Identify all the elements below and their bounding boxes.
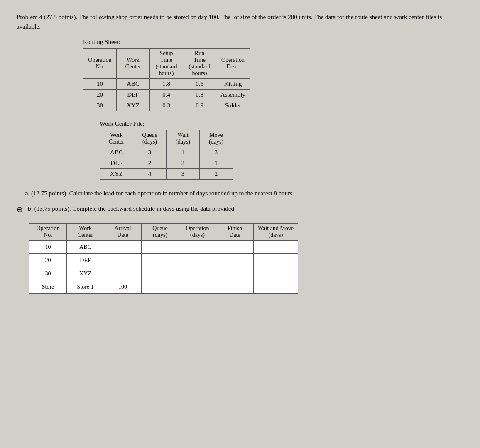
problem-title: Problem 4 xyxy=(17,14,42,20)
schedule-cell-work_center: DEF xyxy=(67,254,104,267)
routing-cell-run_time: 0.6 xyxy=(183,79,216,90)
routing-cell-work_center: XYZ xyxy=(117,100,150,111)
wc-col-work-center: WorkCenter xyxy=(100,130,133,147)
schedule-table-row: 20DEF xyxy=(29,254,298,267)
routing-cell-op_desc: Assembly xyxy=(216,90,250,100)
schedule-cell-queue xyxy=(142,280,179,294)
sched-col-wait-move: Wait and Move(days) xyxy=(254,224,298,241)
part-a: a. (13.75 points). Calculate the load fo… xyxy=(17,189,463,198)
routing-table: OperationNo. WorkCenter SetupTime(standa… xyxy=(83,48,250,111)
sched-col-op-no: OperationNo. xyxy=(29,224,67,241)
wc-cell-work_center: XYZ xyxy=(100,169,133,180)
routing-cell-setup_time: 0.4 xyxy=(150,90,183,100)
problem-description: The following shop order needs to be sto… xyxy=(17,14,442,30)
schedule-cell-queue xyxy=(142,241,179,254)
wc-table-row: DEF221 xyxy=(100,158,233,169)
routing-cell-op_no: 20 xyxy=(83,90,117,100)
schedule-table: OperationNo. WorkCenter ArrivalDate Queu… xyxy=(29,223,298,294)
schedule-cell-wait_move xyxy=(254,267,298,280)
problem-statement: Problem 4 (27.5 points). The following s… xyxy=(17,12,463,31)
schedule-cell-arrival_date xyxy=(104,254,142,267)
wc-col-wait: Wait(days) xyxy=(167,130,200,147)
col-header-work-center: WorkCenter xyxy=(117,49,150,79)
sched-col-finish-date: FinishDate xyxy=(216,224,254,241)
wc-cell-move: 3 xyxy=(200,147,233,158)
sched-col-queue: Queue(days) xyxy=(142,224,179,241)
col-header-setup-time: SetupTime(standardhours) xyxy=(150,49,183,79)
schedule-cell-arrival_date: 100 xyxy=(104,280,142,294)
routing-cell-work_center: DEF xyxy=(117,90,150,100)
schedule-cell-finish_date xyxy=(216,254,254,267)
wc-table-row: ABC313 xyxy=(100,147,233,158)
schedule-cell-operation xyxy=(179,280,216,294)
routing-cell-op_desc: Solder xyxy=(216,100,250,111)
routing-sheet-label: Routing Sheet: xyxy=(83,39,463,46)
wc-cell-move: 1 xyxy=(200,158,233,169)
schedule-section: OperationNo. WorkCenter ArrivalDate Queu… xyxy=(29,223,463,294)
routing-sheet-section: Routing Sheet: OperationNo. WorkCenter S… xyxy=(83,39,463,111)
schedule-cell-op_no: 20 xyxy=(29,254,67,267)
schedule-cell-op_no: 10 xyxy=(29,241,67,254)
schedule-cell-arrival_date xyxy=(104,267,142,280)
schedule-cell-finish_date xyxy=(216,241,254,254)
schedule-cell-finish_date xyxy=(216,267,254,280)
schedule-cell-wait_move xyxy=(254,241,298,254)
part-b-label: b. xyxy=(28,205,33,212)
schedule-table-row: 10ABC xyxy=(29,241,298,254)
routing-cell-setup_time: 0.3 xyxy=(150,100,183,111)
part-a-text: (13.75 points). Calculate the load for e… xyxy=(31,190,294,197)
schedule-cell-queue xyxy=(142,254,179,267)
problem-points: (27.5 points). xyxy=(44,14,77,20)
wc-cell-work_center: ABC xyxy=(100,147,133,158)
wc-cell-work_center: DEF xyxy=(100,158,133,169)
wc-file-label: Work Center File: xyxy=(100,120,463,127)
schedule-cell-wait_move xyxy=(254,254,298,267)
schedule-cell-operation xyxy=(179,254,216,267)
schedule-cell-queue xyxy=(142,267,179,280)
col-header-run-time: RunTime(standardhours) xyxy=(183,49,216,79)
schedule-cell-work_center: XYZ xyxy=(67,267,104,280)
part-b-text: (13.75 points). Complete the backward sc… xyxy=(34,205,236,212)
wc-cell-queue: 3 xyxy=(133,147,167,158)
crosshair-icon: ⊕ xyxy=(17,205,23,214)
schedule-table-row: StoreStore 1100 xyxy=(29,280,298,294)
sched-col-operation: Operation(days) xyxy=(179,224,216,241)
routing-cell-op_no: 10 xyxy=(83,79,117,90)
wc-cell-wait: 2 xyxy=(167,158,200,169)
wc-cell-queue: 4 xyxy=(133,169,167,180)
wc-table-row: XYZ432 xyxy=(100,169,233,180)
part-b: b. (13.75 points). Complete the backward… xyxy=(24,204,236,214)
sched-col-work-center: WorkCenter xyxy=(67,224,104,241)
routing-table-row: 10ABC1.80.6Kitting xyxy=(83,79,250,90)
schedule-table-row: 30XYZ xyxy=(29,267,298,280)
col-header-op-desc: OperationDesc. xyxy=(216,49,250,79)
schedule-cell-operation xyxy=(179,241,216,254)
routing-cell-setup_time: 1.8 xyxy=(150,79,183,90)
routing-cell-op_desc: Kitting xyxy=(216,79,250,90)
schedule-cell-wait_move xyxy=(254,280,298,294)
wc-cell-queue: 2 xyxy=(133,158,167,169)
routing-cell-work_center: ABC xyxy=(117,79,150,90)
schedule-cell-op_no: Store xyxy=(29,280,67,294)
schedule-cell-arrival_date xyxy=(104,241,142,254)
col-header-op-no: OperationNo. xyxy=(83,49,117,79)
wc-table: WorkCenter Queue(days) Wait(days) Move(d… xyxy=(100,130,233,180)
wc-col-queue: Queue(days) xyxy=(133,130,167,147)
sched-col-arrival-date: ArrivalDate xyxy=(104,224,142,241)
wc-col-move: Move(days) xyxy=(200,130,233,147)
routing-table-row: 20DEF0.40.8Assembly xyxy=(83,90,250,100)
schedule-cell-operation xyxy=(179,267,216,280)
routing-cell-run_time: 0.8 xyxy=(183,90,216,100)
schedule-cell-work_center: Store 1 xyxy=(67,280,104,294)
schedule-cell-op_no: 30 xyxy=(29,267,67,280)
schedule-cell-work_center: ABC xyxy=(67,241,104,254)
part-a-label: a. xyxy=(25,190,29,197)
routing-cell-op_no: 30 xyxy=(83,100,117,111)
wc-file-section: Work Center File: WorkCenter Queue(days)… xyxy=(100,120,463,180)
wc-cell-wait: 1 xyxy=(167,147,200,158)
wc-cell-wait: 3 xyxy=(167,169,200,180)
routing-cell-run_time: 0.9 xyxy=(183,100,216,111)
wc-cell-move: 2 xyxy=(200,169,233,180)
routing-table-row: 30XYZ0.30.9Solder xyxy=(83,100,250,111)
schedule-cell-finish_date xyxy=(216,280,254,294)
